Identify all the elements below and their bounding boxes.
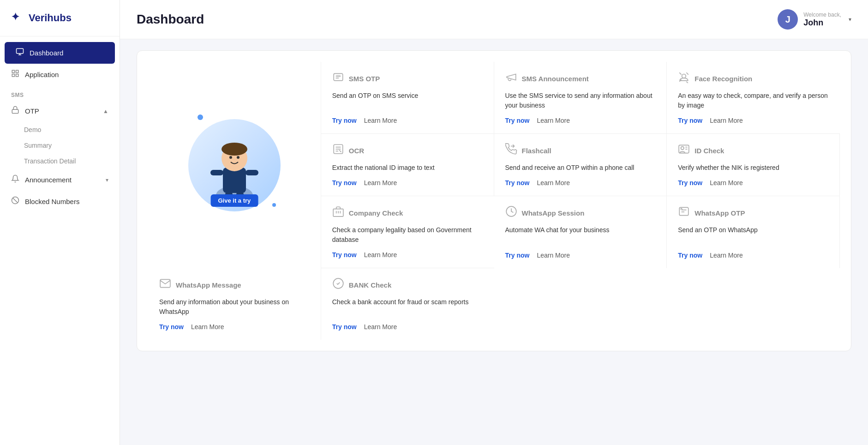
hero-image: Give it a try <box>181 112 287 218</box>
service-header: BANK Check <box>332 277 483 293</box>
svg-line-10 <box>13 198 18 203</box>
service-header: OCR <box>332 143 483 158</box>
bank-check-icon <box>332 277 344 293</box>
ocr-try-button[interactable]: Try now <box>332 179 357 186</box>
service-header: SMS OTP <box>332 71 483 86</box>
wa-otp-learn-button[interactable]: Learn More <box>710 252 743 259</box>
logo-icon: ✦ <box>11 10 24 26</box>
bank-check-name: BANK Check <box>349 281 392 289</box>
sidebar-item-otp-transaction[interactable]: Transaction Detail <box>0 153 120 169</box>
svg-point-19 <box>229 156 232 159</box>
sms-announcement-desc: Use the SMS service to send any informat… <box>505 91 656 110</box>
sidebar-item-otp-demo[interactable]: Demo <box>0 122 120 138</box>
wa-session-try-button[interactable]: Try now <box>505 252 530 259</box>
service-header: Company Check <box>332 205 483 221</box>
face-recognition-desc: An easy way to check, compare, and verif… <box>678 91 829 110</box>
service-cell-ocr: OCR Extract the national ID image to tex… <box>321 134 494 196</box>
bank-check-learn-button[interactable]: Learn More <box>364 323 397 331</box>
sidebar-item-dashboard[interactable]: Dashboard <box>5 42 115 64</box>
sms-announcement-learn-button[interactable]: Learn More <box>537 117 570 124</box>
flashcall-try-button[interactable]: Try now <box>505 179 530 186</box>
sms-otp-learn-button[interactable]: Learn More <box>364 117 397 124</box>
avatar: J <box>778 9 798 30</box>
block-icon <box>11 196 19 207</box>
face-recognition-learn-button[interactable]: Learn More <box>710 117 743 124</box>
wa-session-desc: Automate WA chat for your business <box>505 225 656 245</box>
service-cell-flashcall: Flashcall Send and receive an OTP within… <box>494 134 667 196</box>
ocr-actions: Try now Learn More <box>332 179 483 186</box>
main-content: Dashboard J Welcome back, John ▾ <box>120 0 868 445</box>
svg-rect-16 <box>245 170 258 175</box>
sidebar-nav: Dashboard Application SMS OTP <box>0 36 120 218</box>
wa-otp-try-button[interactable]: Try now <box>678 252 702 259</box>
sms-otp-actions: Try now Learn More <box>332 117 483 124</box>
face-recognition-icon <box>678 71 690 86</box>
company-check-learn-button[interactable]: Learn More <box>364 251 397 259</box>
svg-rect-4 <box>12 70 14 72</box>
flashcall-actions: Try now Learn More <box>505 179 656 186</box>
id-check-learn-button[interactable]: Learn More <box>710 179 743 186</box>
id-check-try-button[interactable]: Try now <box>678 179 702 186</box>
svg-rect-8 <box>12 109 18 113</box>
ocr-icon <box>332 143 344 158</box>
hero-badge: Give it a try <box>210 194 258 207</box>
sidebar-item-otp[interactable]: OTP ▲ <box>0 100 120 122</box>
sms-announcement-name: SMS Announcement <box>522 75 589 83</box>
chevron-down-icon: ▾ <box>106 177 108 183</box>
welcome-text: Welcome back, <box>803 12 841 18</box>
face-recognition-try-button[interactable]: Try now <box>678 117 702 124</box>
wa-otp-name: WhatsApp OTP <box>694 209 745 217</box>
sidebar-item-announcement[interactable]: Announcement ▾ <box>0 169 120 191</box>
id-check-icon <box>678 143 690 158</box>
monitor-icon <box>16 48 24 58</box>
bank-check-try-button[interactable]: Try now <box>332 323 357 331</box>
sidebar-item-dashboard-label: Dashboard <box>30 49 63 57</box>
list-icon <box>11 69 19 80</box>
service-grid: Give it a try SMS OTP <box>137 50 851 351</box>
sidebar-item-application-label: Application <box>25 71 59 78</box>
company-check-try-button[interactable]: Try now <box>332 251 357 259</box>
bank-check-actions: Try now Learn More <box>332 323 483 331</box>
wa-session-learn-button[interactable]: Learn More <box>537 252 570 259</box>
service-cell-sms-otp: SMS OTP Send an OTP on SMS service Try n… <box>321 62 494 134</box>
user-menu[interactable]: J Welcome back, John ▾ <box>778 9 851 30</box>
flashcall-desc: Send and receive an OTP within a phone c… <box>505 163 656 173</box>
sidebar-item-otp-summary[interactable]: Summary <box>0 138 120 153</box>
flashcall-name: Flashcall <box>522 147 551 155</box>
wa-otp-desc: Send an OTP on WhatsApp <box>678 225 828 245</box>
wa-message-name: WhatsApp Message <box>176 281 241 289</box>
logo: ✦ Verihubs <box>0 0 120 36</box>
ocr-learn-button[interactable]: Learn More <box>364 179 397 186</box>
company-check-name: Company Check <box>349 209 403 217</box>
bell-icon <box>11 174 19 185</box>
sidebar-item-otp-label: OTP <box>25 107 39 115</box>
service-cell-wa-otp: WhatsApp OTP Send an OTP on WhatsApp Try… <box>667 196 840 268</box>
svg-text:✦: ✦ <box>11 11 19 23</box>
wa-message-try-button[interactable]: Try now <box>159 323 184 331</box>
face-recognition-name: Face Recognition <box>694 75 752 83</box>
svg-rect-12 <box>223 168 246 193</box>
wa-session-icon <box>505 205 517 221</box>
company-check-desc: Check a company legality based on Govern… <box>332 225 483 245</box>
dropdown-arrow-icon[interactable]: ▾ <box>849 16 851 23</box>
sms-otp-name: SMS OTP <box>349 75 380 83</box>
svg-point-20 <box>237 156 239 159</box>
service-header: WhatsApp OTP <box>678 205 828 221</box>
flashcall-learn-button[interactable]: Learn More <box>537 179 570 186</box>
bank-check-desc: Check a bank account for fraud or scam r… <box>332 297 483 317</box>
dashboard-body: Give it a try SMS OTP <box>120 39 868 445</box>
company-check-actions: Try now Learn More <box>332 251 483 259</box>
service-header: Face Recognition <box>678 71 829 86</box>
svg-rect-7 <box>16 74 18 77</box>
wa-otp-actions: Try now Learn More <box>678 252 828 259</box>
announcement-icon <box>505 71 517 86</box>
service-header: ID Check <box>678 143 828 158</box>
sms-otp-try-button[interactable]: Try now <box>332 117 357 124</box>
ocr-name: OCR <box>349 147 364 155</box>
sms-otp-desc: Send an OTP on SMS service <box>332 91 483 110</box>
wa-message-learn-button[interactable]: Learn More <box>191 323 224 331</box>
sms-announcement-try-button[interactable]: Try now <box>505 117 530 124</box>
sidebar-item-application[interactable]: Application <box>0 64 120 85</box>
svg-point-14 <box>221 143 247 156</box>
sidebar-item-blocked-numbers[interactable]: Blocked Numbers <box>0 191 120 212</box>
